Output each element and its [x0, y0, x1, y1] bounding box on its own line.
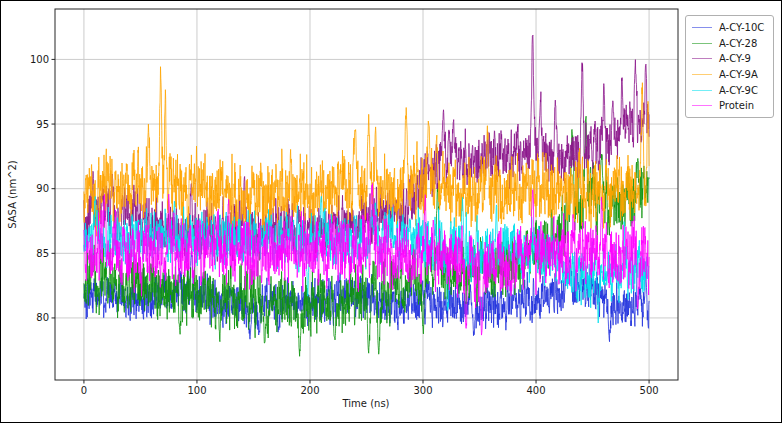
x-tick-label: 300: [413, 385, 432, 396]
data-series: [84, 35, 649, 356]
y-tick-labels: 80859095100: [30, 54, 49, 324]
x-tick-label: 200: [300, 385, 319, 396]
x-tick-labels: 0100200300400500: [81, 385, 659, 396]
legend-line-swatch: [692, 27, 712, 28]
y-axis-label: SASA (nm^2): [7, 160, 18, 229]
x-axis-label: Time (ns): [341, 398, 389, 409]
legend-label: A-CY-9A: [719, 69, 758, 80]
y-tick-label: 80: [36, 312, 49, 323]
x-tick-label: 0: [81, 385, 87, 396]
legend-item-A-CY-9C: A-CY-9C: [692, 82, 767, 98]
figure: 0100200300400500 80859095100 Time (ns) S…: [0, 0, 782, 423]
legend-label: A-CY-9: [719, 53, 751, 64]
legend-line-swatch: [692, 74, 712, 75]
legend-item-A-CY-9: A-CY-9: [692, 51, 767, 67]
legend: A-CY-10CA-CY-28A-CY-9A-CY-9AA-CY-9CProte…: [685, 15, 774, 118]
legend-label: A-CY-28: [719, 38, 757, 49]
legend-line-swatch: [692, 90, 712, 91]
x-tick-label: 500: [640, 385, 659, 396]
y-tick-label: 85: [36, 248, 49, 259]
legend-item-A-CY-28: A-CY-28: [692, 36, 767, 52]
legend-item-A-CY-10C: A-CY-10C: [692, 20, 767, 36]
legend-line-swatch: [692, 43, 712, 44]
x-tick-label: 400: [526, 385, 545, 396]
legend-label: A-CY-9C: [719, 85, 758, 96]
y-tick-label: 90: [36, 183, 49, 194]
legend-item-A-CY-9A: A-CY-9A: [692, 67, 767, 83]
x-tick-label: 100: [187, 385, 206, 396]
legend-label: A-CY-10C: [719, 22, 764, 33]
legend-line-swatch: [692, 58, 712, 59]
y-tick-label: 100: [30, 54, 49, 65]
legend-line-swatch: [692, 105, 712, 106]
y-tick-label: 95: [36, 119, 49, 130]
sasa-vs-time-plot: 0100200300400500 80859095100 Time (ns) S…: [1, 1, 782, 423]
legend-label: Protein: [719, 100, 754, 111]
legend-item-Protein: Protein: [692, 98, 767, 114]
